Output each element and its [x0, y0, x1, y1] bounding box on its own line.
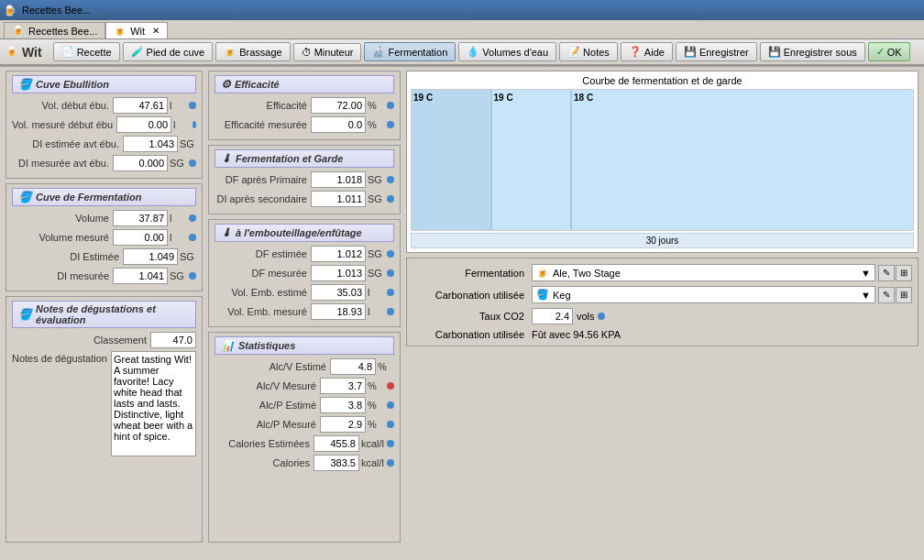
chart-bar-2-label: 19 C — [494, 93, 513, 103]
efficacite-icon: ⚙ — [221, 78, 231, 91]
chart-panel: Courbe de fermentation et de garde 19 C … — [406, 71, 918, 253]
volume-input[interactable] — [113, 210, 168, 226]
toolbar-btn-enregistrer[interactable]: 💾 Enregistrer — [676, 42, 757, 61]
cuve-icon: 🪣 — [18, 78, 32, 91]
minuteur-label: Minuteur — [314, 47, 354, 58]
classement-input[interactable] — [150, 332, 196, 348]
app-header: 🍺 Wit 📄 Recette 🧪 Pied de cuve 🍺 Brassag… — [0, 39, 924, 65]
di-estimee-avt-label: DI estimée avt ébu. — [12, 138, 123, 149]
df-estimee-label: DF estimée — [214, 248, 311, 259]
enregistrer-sous-label: Enregistrer sous — [784, 47, 857, 58]
chart-area: 19 C 19 C 18 C — [411, 89, 914, 231]
df-primaire-input[interactable] — [311, 171, 366, 188]
toolbar-btn-pied[interactable]: 🧪 Pied de cuve — [123, 42, 214, 61]
keg-icon: 🪣 — [536, 289, 549, 301]
tab-icon-wit: 🍺 — [114, 25, 126, 37]
tab-wit[interactable]: 🍺 Wit ✕ — [105, 22, 168, 38]
toolbar-btn-minuteur[interactable]: ⏱ Minuteur — [293, 43, 362, 61]
di-mesuree-avt-indicator — [189, 159, 196, 167]
vol-debut-ebu-input[interactable] — [113, 97, 168, 114]
volume-mesure-input[interactable] — [113, 229, 168, 246]
fermentation-select-area[interactable]: 🍺 Ale, Two Stage ▼ — [532, 264, 875, 281]
carbonation-text-row: Carbonation utilisée Fût avec 94.56 KPA — [412, 329, 912, 340]
left-column: 🪣 Cuve Ebullition Vol. début ébu. l Vol.… — [6, 71, 203, 543]
ferm-edit-btn[interactable]: ✎ — [878, 265, 895, 281]
alc-v-estime-unit: % — [376, 361, 394, 372]
emb-panel: 🌡 à l'embouteillage/enfûtage DF estimée … — [208, 219, 401, 327]
efficacite-panel: ⚙ Efficacité Efficacité % Efficacité mes… — [208, 71, 401, 140]
ferm-info-panel: Fermentation 🍺 Ale, Two Stage ▼ ✎ ⊞ Carb… — [406, 258, 918, 346]
di-secondaire-unit: SG — [366, 193, 384, 204]
df-estimee-input[interactable] — [311, 246, 366, 262]
vol-emb-estime-row: Vol. Emb. estimé l — [214, 284, 394, 301]
alc-p-estime-indicator — [387, 401, 394, 409]
tab-close-wit[interactable]: ✕ — [152, 26, 160, 36]
alc-v-estime-input[interactable] — [330, 358, 376, 375]
tab-recettes[interactable]: 🍺 Recettes Bee... — [4, 22, 105, 38]
volume-mesure-row: Volume mesuré l — [12, 229, 196, 246]
di-mesuree-indicator — [189, 272, 196, 280]
chart-bar-3-label: 18 C — [574, 93, 593, 103]
di-mesuree-avt-input[interactable] — [113, 155, 168, 171]
carb-edit-btn[interactable]: ✎ — [878, 287, 895, 303]
carbonation-select-area[interactable]: 🪣 Keg ▼ — [532, 286, 875, 303]
carb-copy-btn[interactable]: ⊞ — [896, 287, 912, 303]
cuve-fermentation-panel: 🪣 Cuve de Fermentation Volume l Volume m… — [6, 183, 203, 291]
dropdown-arrow-carb: ▼ — [861, 290, 871, 301]
fermentation-select-row: Fermentation 🍺 Ale, Two Stage ▼ ✎ ⊞ — [412, 264, 912, 281]
vol-emb-estime-input[interactable] — [311, 284, 366, 301]
alc-v-mesure-indicator — [387, 382, 394, 390]
toolbar-btn-fermentation[interactable]: 🔬 Fermentation — [364, 42, 456, 61]
di-estimee-avt-input[interactable] — [123, 136, 178, 152]
fermentation-select-label: Fermentation — [412, 268, 532, 279]
alc-v-mesure-label: Alc/V Mesuré — [214, 380, 320, 391]
toolbar-btn-recette[interactable]: 📄 Recette — [53, 42, 120, 61]
toolbar-btn-ok[interactable]: ✓ OK — [868, 42, 910, 61]
calories-input[interactable] — [314, 455, 359, 471]
di-mesuree-input[interactable] — [113, 268, 168, 284]
taux-co2-indicator — [598, 313, 605, 320]
efficacite-label: Efficacité — [214, 100, 311, 111]
toolbar-btn-notes[interactable]: 📝 Notes — [559, 42, 618, 61]
efficacite-input[interactable] — [311, 97, 366, 114]
toolbar: 📄 Recette 🧪 Pied de cuve 🍺 Brassage ⏱ Mi… — [53, 42, 918, 61]
ferm-copy-btn[interactable]: ⊞ — [896, 265, 912, 281]
calories-indicator — [387, 459, 394, 467]
degustation-textarea[interactable]: Great tasting Wit! A summer favorite! La… — [111, 351, 196, 456]
calories-estim-input[interactable] — [314, 435, 359, 452]
alc-p-mesure-input[interactable] — [320, 416, 366, 433]
vol-mesure-debut-indicator — [192, 121, 196, 128]
toolbar-btn-aide[interactable]: ❓ Aide — [621, 42, 673, 61]
di-secondaire-input[interactable] — [311, 191, 366, 207]
fermentation-icon: 🔬 — [372, 46, 385, 58]
di-estimee-input[interactable] — [123, 248, 178, 265]
toolbar-btn-brassage[interactable]: 🍺 Brassage — [215, 42, 290, 61]
taux-co2-row: Taux CO2 vols — [412, 308, 912, 324]
di-mesuree-avt-row: DI mesurée avt ébu. SG — [12, 155, 196, 171]
chart-bar-3: 18 C — [572, 90, 913, 230]
ferm-garde-title: 🌡 Fermentation et Garde — [214, 149, 394, 168]
ferm-garde-icon: 🌡 — [221, 152, 232, 165]
df-mesuree-input[interactable] — [311, 265, 366, 281]
emb-icon: 🌡 — [221, 226, 232, 239]
di-estimee-unit: SG — [178, 251, 196, 262]
alc-v-mesure-input[interactable] — [320, 378, 366, 394]
vol-emb-estime-label: Vol. Emb. estimé — [214, 287, 311, 298]
toolbar-btn-volumes[interactable]: 💧 Volumes d'eau — [458, 42, 556, 61]
calories-unit: kcal/l — [359, 457, 384, 468]
efficacite-indicator — [387, 102, 394, 109]
efficacite-mesuree-input[interactable] — [311, 116, 366, 133]
df-primaire-unit: SG — [366, 174, 384, 185]
vol-emb-mesure-row: Vol. Emb. mesuré l — [214, 303, 394, 320]
toolbar-btn-enregistrer-sous[interactable]: 💾 Enregistrer sous — [760, 42, 865, 61]
vol-emb-mesure-input[interactable] — [311, 303, 366, 320]
carbonation-select-label: Carbonation utilisée — [412, 290, 532, 301]
vol-mesure-debut-input[interactable] — [116, 116, 171, 133]
calories-row: Calories kcal/l — [214, 455, 394, 471]
alc-p-estime-input[interactable] — [320, 397, 366, 413]
taux-co2-input[interactable] — [532, 308, 573, 324]
vol-debut-ebu-label: Vol. début ébu. — [12, 100, 113, 111]
enregistrer-label: Enregistrer — [699, 47, 749, 58]
alc-p-estime-label: Alc/P Estimé — [214, 400, 320, 411]
carbonation-text-value: Fût avec 94.56 KPA — [532, 329, 621, 340]
